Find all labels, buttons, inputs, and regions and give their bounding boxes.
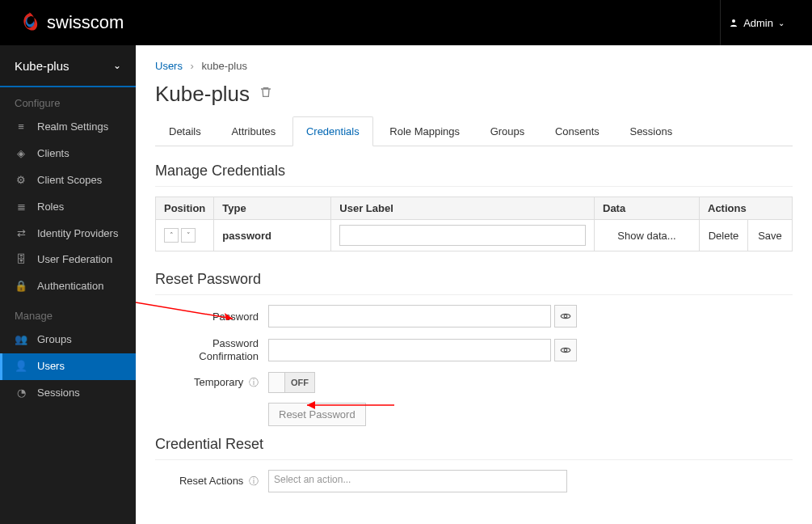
delete-button[interactable]: Delete bbox=[708, 230, 739, 242]
tab-credentials[interactable]: Credentials bbox=[292, 116, 373, 146]
toggle-knob bbox=[269, 373, 285, 392]
tab-details[interactable]: Details bbox=[155, 116, 215, 146]
breadcrumb: Users › kube-plus bbox=[155, 60, 793, 72]
swisscom-logo-icon bbox=[19, 11, 40, 34]
tab-role-mappings[interactable]: Role Mappings bbox=[376, 116, 473, 146]
nav-sessions[interactable]: ◔ Sessions bbox=[0, 380, 136, 407]
credential-row: ˄ ˅ password Show data... Delete Save bbox=[156, 220, 793, 251]
scopes-icon: ⚙ bbox=[15, 174, 27, 188]
temporary-label: Temporary ⓘ bbox=[155, 376, 268, 390]
page-title: Kube-plus bbox=[155, 82, 793, 107]
breadcrumb-separator: › bbox=[191, 60, 194, 72]
brand-text: swisscom bbox=[47, 12, 124, 33]
col-type: Type bbox=[214, 197, 331, 220]
credentials-table: Position Type User Label Data Actions ˄ … bbox=[155, 196, 793, 251]
user-label-input[interactable] bbox=[339, 225, 586, 246]
sliders-icon: ≡ bbox=[15, 120, 27, 134]
nav-authentication[interactable]: 🔒 Authentication bbox=[0, 273, 136, 300]
password-label: Password bbox=[155, 311, 268, 323]
save-button[interactable]: Save bbox=[756, 230, 784, 242]
nav-realm-settings[interactable]: ≡ Realm Settings bbox=[0, 114, 136, 141]
reset-password-button[interactable]: Reset Password bbox=[268, 403, 366, 426]
realm-name: Kube-plus bbox=[15, 59, 69, 73]
brand-logo: swisscom bbox=[19, 11, 124, 34]
toggle-label: OFF bbox=[285, 373, 314, 392]
manage-credentials-heading: Manage Credentials bbox=[155, 163, 793, 187]
svg-point-2 bbox=[564, 349, 567, 352]
nav-roles[interactable]: ≣ Roles bbox=[0, 194, 136, 221]
user-icon bbox=[729, 18, 738, 27]
lock-icon: 🔒 bbox=[15, 280, 27, 294]
col-actions: Actions bbox=[700, 197, 793, 220]
trash-icon[interactable] bbox=[259, 86, 272, 103]
password-input[interactable] bbox=[268, 305, 551, 328]
svg-point-0 bbox=[732, 19, 735, 23]
section-configure-title: Configure bbox=[0, 87, 136, 114]
breadcrumb-current: kube-plus bbox=[202, 60, 247, 72]
eye-icon bbox=[560, 311, 571, 322]
col-user-label: User Label bbox=[331, 197, 595, 220]
reset-password-heading: Reset Password bbox=[155, 271, 793, 295]
sidebar: Kube-plus ⌄ Configure ≡ Realm Settings ◈… bbox=[0, 45, 136, 524]
tab-groups[interactable]: Groups bbox=[477, 116, 539, 146]
temporary-toggle[interactable]: OFF bbox=[268, 372, 315, 393]
nav-client-scopes[interactable]: ⚙ Client Scopes bbox=[0, 167, 136, 194]
nav-identity-providers[interactable]: ⇄ Identity Providers bbox=[0, 221, 136, 247]
help-icon[interactable]: ⓘ bbox=[249, 475, 259, 487]
chevron-down-icon: ⌄ bbox=[113, 60, 121, 71]
password-confirm-label: Password Confirmation bbox=[155, 337, 268, 362]
eye-icon bbox=[560, 344, 571, 356]
user-icon: 👤 bbox=[15, 360, 27, 374]
toggle-password-visibility[interactable] bbox=[554, 305, 577, 328]
user-menu[interactable]: Admin ⌄ bbox=[720, 0, 793, 45]
user-name: Admin bbox=[743, 17, 773, 29]
exchange-icon: ⇄ bbox=[15, 227, 27, 241]
nav-user-federation[interactable]: 🗄 User Federation bbox=[0, 247, 136, 273]
main-content: Users › kube-plus Kube-plus Details Attr… bbox=[136, 45, 812, 524]
credential-reset-heading: Credential Reset bbox=[155, 436, 793, 460]
cube-icon: ◈ bbox=[15, 147, 27, 161]
help-icon[interactable]: ⓘ bbox=[249, 377, 259, 388]
reset-actions-label: Reset Actions ⓘ bbox=[155, 475, 268, 488]
move-down-button[interactable]: ˅ bbox=[181, 228, 196, 243]
clock-icon: ◔ bbox=[15, 387, 27, 400]
groups-icon: 👥 bbox=[15, 333, 27, 347]
chevron-down-icon: ⌄ bbox=[778, 19, 785, 27]
col-position: Position bbox=[156, 197, 214, 220]
nav-clients[interactable]: ◈ Clients bbox=[0, 141, 136, 167]
tabs: Details Attributes Credentials Role Mapp… bbox=[155, 116, 793, 146]
reset-actions-select[interactable]: Select an action... bbox=[268, 470, 567, 492]
toggle-password-confirm-visibility[interactable] bbox=[554, 339, 577, 361]
svg-point-1 bbox=[564, 315, 567, 318]
list-icon: ≣ bbox=[15, 201, 27, 214]
tab-sessions[interactable]: Sessions bbox=[616, 116, 686, 146]
show-data-button[interactable]: Show data... bbox=[603, 230, 691, 242]
realm-selector[interactable]: Kube-plus ⌄ bbox=[0, 45, 136, 87]
breadcrumb-users-link[interactable]: Users bbox=[155, 60, 183, 72]
tab-consents[interactable]: Consents bbox=[541, 116, 613, 146]
credential-type: password bbox=[222, 230, 271, 242]
tab-attributes[interactable]: Attributes bbox=[217, 116, 289, 146]
database-icon: 🗄 bbox=[15, 253, 27, 267]
section-manage-title: Manage bbox=[0, 300, 136, 327]
move-up-button[interactable]: ˄ bbox=[164, 228, 179, 243]
password-confirm-input[interactable] bbox=[268, 339, 551, 361]
nav-groups[interactable]: 👥 Groups bbox=[0, 327, 136, 353]
col-data: Data bbox=[595, 197, 700, 220]
nav-users[interactable]: 👤 Users bbox=[0, 353, 136, 380]
app-header: swisscom Admin ⌄ bbox=[0, 0, 812, 45]
